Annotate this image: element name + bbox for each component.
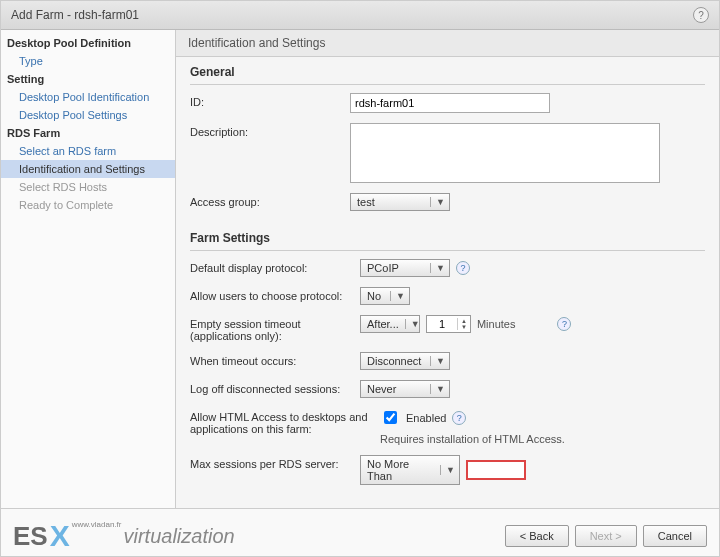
html-enabled-label: Enabled	[406, 412, 446, 424]
when-timeout-value: Disconnect	[367, 355, 421, 367]
chevron-down-icon: ▼	[430, 356, 445, 366]
sidebar-item-select-rds[interactable]: Select an RDS farm	[1, 142, 175, 160]
protocol-select[interactable]: PCoIP ▼	[360, 259, 450, 277]
sidebar-group-setting: Setting	[1, 70, 175, 88]
when-timeout-select[interactable]: Disconnect ▼	[360, 352, 450, 370]
sidebar-item-ready: Ready to Complete	[1, 196, 175, 214]
max-sessions-label: Max sessions per RDS server:	[190, 455, 360, 470]
max-sessions-select[interactable]: No More Than ▼	[360, 455, 460, 485]
sidebar-item-hosts: Select RDS Hosts	[1, 178, 175, 196]
max-sessions-value: No More Than	[367, 458, 434, 482]
window-title: Add Farm - rdsh-farm01	[11, 8, 139, 22]
chevron-down-icon: ▼	[390, 291, 405, 301]
content-heading: Identification and Settings	[176, 30, 719, 57]
empty-timeout-select[interactable]: After... ▼	[360, 315, 420, 333]
content-panel: Identification and Settings General ID: …	[176, 30, 719, 508]
cancel-button[interactable]: Cancel	[643, 525, 707, 547]
back-button[interactable]: < Back	[505, 525, 569, 547]
footer: ESXwww.vladan.frvirtualization < Back Ne…	[1, 508, 719, 557]
access-group-value: test	[357, 196, 375, 208]
access-group-label: Access group:	[190, 193, 350, 208]
chevron-down-icon: ▼	[440, 465, 455, 475]
sidebar-item-identification[interactable]: Identification and Settings	[1, 160, 175, 178]
protocol-value: PCoIP	[367, 262, 399, 274]
logoff-select[interactable]: Never ▼	[360, 380, 450, 398]
minutes-label: Minutes	[477, 318, 516, 330]
chevron-down-icon: ▼	[430, 384, 445, 394]
footer-buttons: < Back Next > Cancel	[505, 525, 707, 547]
titlebar: Add Farm - rdsh-farm01 ?	[1, 1, 719, 30]
html-access-label: Allow HTML Access to desktops and applic…	[190, 408, 380, 435]
logo-x: X	[50, 519, 70, 553]
id-label: ID:	[190, 93, 350, 108]
protocol-label: Default display protocol:	[190, 259, 360, 274]
logo-sub: www.vladan.fr	[72, 520, 122, 529]
logoff-label: Log off disconnected sessions:	[190, 380, 360, 395]
description-textarea[interactable]	[350, 123, 660, 183]
help-icon[interactable]: ?	[452, 411, 466, 425]
html-requires-note: Requires installation of HTML Access.	[380, 433, 565, 445]
allow-choose-select[interactable]: No ▼	[360, 287, 410, 305]
sidebar-item-dpi[interactable]: Desktop Pool Identification	[1, 88, 175, 106]
empty-timeout-label: Empty session timeout (applications only…	[190, 315, 360, 342]
description-label: Description:	[190, 123, 350, 138]
sidebar-group-rdsfarm: RDS Farm	[1, 124, 175, 142]
access-group-select[interactable]: test ▼	[350, 193, 450, 211]
empty-timeout-value: After...	[367, 318, 399, 330]
help-icon[interactable]: ?	[456, 261, 470, 275]
logoff-value: Never	[367, 383, 396, 395]
next-button: Next >	[575, 525, 637, 547]
logo-rest: virtualization	[124, 525, 235, 548]
logo-es: ES	[13, 521, 48, 552]
sidebar: Desktop Pool Definition Type Setting Des…	[1, 30, 176, 508]
help-icon[interactable]: ?	[693, 7, 709, 23]
sidebar-group-definition: Desktop Pool Definition	[1, 34, 175, 52]
sidebar-item-dps[interactable]: Desktop Pool Settings	[1, 106, 175, 124]
timeout-minutes-input[interactable]	[427, 316, 457, 332]
help-icon[interactable]: ?	[557, 317, 571, 331]
timeout-minutes-stepper[interactable]: ▲▼	[426, 315, 471, 333]
allow-choose-label: Allow users to choose protocol:	[190, 287, 360, 302]
max-sessions-input[interactable]	[466, 460, 526, 480]
chevron-down-icon: ▼	[430, 197, 445, 207]
chevron-down-icon: ▼	[430, 263, 445, 273]
when-timeout-label: When timeout occurs:	[190, 352, 360, 367]
id-input[interactable]	[350, 93, 550, 113]
sidebar-item-type[interactable]: Type	[1, 52, 175, 70]
farm-settings-heading: Farm Settings	[190, 231, 705, 251]
chevron-down-icon[interactable]: ▼	[461, 324, 467, 330]
chevron-down-icon: ▼	[405, 319, 420, 329]
allow-choose-value: No	[367, 290, 381, 302]
logo: ESXwww.vladan.frvirtualization	[13, 519, 235, 553]
html-enabled-checkbox[interactable]	[384, 411, 397, 424]
general-heading: General	[190, 65, 705, 85]
